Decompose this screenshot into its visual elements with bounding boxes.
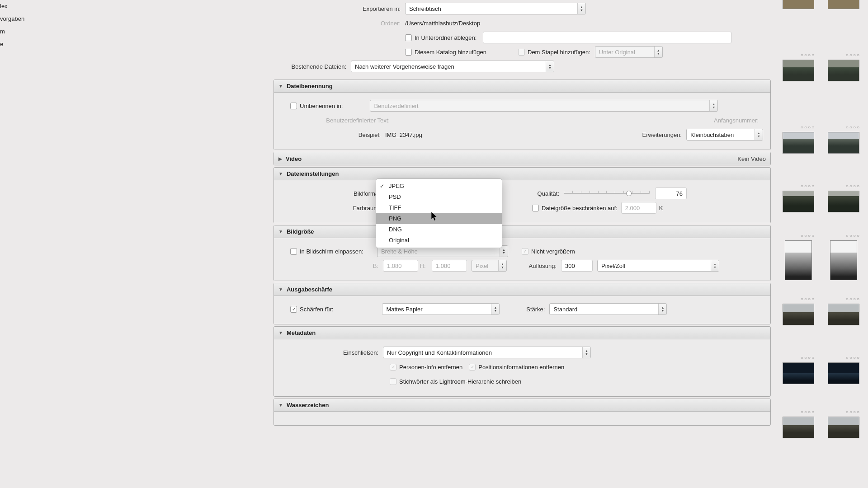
file-settings-header[interactable]: ▼ Dateieinstellungen: [274, 168, 770, 180]
export-in-select[interactable]: Schreibtisch▲▼: [405, 3, 586, 14]
include-label: Einschließen:: [281, 349, 383, 356]
thumbnail-badge-icon: ○○○○: [783, 183, 816, 191]
sharpen-amount-label: Stärke:: [500, 306, 549, 313]
thumbnail[interactable]: [783, 362, 814, 384]
thumbnail[interactable]: [828, 0, 859, 9]
format-option-original[interactable]: Original: [376, 235, 502, 246]
thumbnail-badge-icon: ○○○○: [828, 125, 861, 132]
example-value: IMG_2347.jpg: [385, 131, 422, 138]
thumbnail-badge-icon: ○○○○: [783, 125, 816, 132]
include-select[interactable]: Nur Copyright und Kontaktinformationen▲▼: [383, 347, 591, 358]
limit-filesize-checkbox[interactable]: [532, 205, 539, 211]
thumbnail-badge-icon: ○○○○: [828, 296, 861, 304]
sidebar-item[interactable]: m: [0, 25, 36, 38]
height-input: 1.080: [432, 260, 467, 272]
thumbnail[interactable]: [830, 240, 857, 280]
colorspace-label: Farbraum: [281, 205, 383, 211]
quality-input[interactable]: 76: [655, 188, 687, 199]
image-sizing-header[interactable]: ▼ Bildgröße: [274, 225, 770, 238]
file-naming-header[interactable]: ▼ Dateibenennung: [274, 80, 770, 93]
thumbnail[interactable]: [828, 132, 859, 154]
filmstrip: ○○○○ ○○○○ ○○○○ ○○○○ ○○○○ ○○○○ ○○○○ ○○○○ …: [779, 0, 868, 488]
thumbnail-badge-icon: ○○○○: [783, 296, 816, 304]
quality-label: Qualität:: [509, 190, 564, 197]
chevron-down-icon: ▼: [278, 287, 283, 292]
thumbnail-badge-icon: ○○○○: [828, 355, 861, 362]
format-option-tiff[interactable]: TIFF: [376, 202, 502, 213]
rename-label: Umbenennen in:: [300, 103, 343, 109]
resolution-label: Auflösung:: [507, 263, 561, 269]
start-number-label: Anfangsnummer:: [714, 117, 763, 124]
export-in-label: Exportieren in:: [281, 5, 405, 12]
format-option-jpeg[interactable]: ✓JPEG: [376, 181, 502, 192]
video-header[interactable]: ▶ Video Kein Video: [274, 152, 770, 165]
video-status: Kein Video: [737, 155, 766, 162]
resize-to-fit-checkbox[interactable]: [290, 248, 297, 255]
thumbnail[interactable]: [828, 362, 859, 384]
rename-checkbox[interactable]: [290, 103, 297, 109]
add-stack-label: Dem Stapel hinzufügen:: [528, 49, 590, 56]
thumbnail[interactable]: [785, 240, 812, 280]
dimension-unit-select: Pixel▲▼: [472, 260, 507, 272]
chevron-right-icon: ▶: [278, 156, 282, 161]
thumbnail-badge-icon: ○○○○: [828, 52, 861, 60]
subfolder-label: In Unterordner ablegen:: [415, 34, 476, 41]
keywords-hierarchy-label: Stichwörter als Lightroom-Hierarchie sch…: [399, 378, 521, 385]
chevron-down-icon: ▼: [278, 171, 283, 176]
format-option-dng[interactable]: DNG: [376, 224, 502, 235]
thumbnail[interactable]: [783, 0, 814, 9]
existing-files-select[interactable]: Nach weiterer Vorgehensweise fragen▲▼: [351, 61, 554, 72]
thumbnail[interactable]: [828, 304, 859, 325]
thumbnail[interactable]: [783, 304, 814, 325]
thumbnail-badge-icon: ○○○○: [828, 183, 861, 191]
sharpen-amount-select[interactable]: Standard▲▼: [549, 303, 667, 315]
output-sharpening-section: ▼ Ausgabeschärfe Schärfen für: Mattes Pa…: [274, 283, 771, 324]
thumbnail-badge-icon: ○○○○: [828, 409, 861, 417]
metadata-header[interactable]: ▼ Metadaten: [274, 327, 770, 339]
subfolder-checkbox[interactable]: [405, 34, 412, 41]
sharpen-for-checkbox[interactable]: [290, 306, 297, 313]
thumbnail[interactable]: [828, 60, 859, 81]
image-format-dropdown[interactable]: ✓JPEGPSDTIFFPNGDNGOriginal: [376, 178, 502, 248]
metadata-section: ▼ Metadaten Einschließen: Nur Copyright …: [274, 326, 771, 397]
thumbnail-badge-icon: ○○○○: [783, 52, 816, 60]
sharpen-for-select[interactable]: Mattes Papier▲▼: [382, 303, 500, 315]
remove-person-checkbox: [390, 364, 396, 371]
thumbnail[interactable]: [828, 191, 859, 212]
image-format-label: Bildforma: [281, 190, 383, 197]
thumbnail-badge-icon: ○○○○: [783, 355, 816, 362]
output-sharpening-header[interactable]: ▼ Ausgabeschärfe: [274, 283, 770, 296]
export-dialog: Exportieren in: Schreibtisch▲▼ Ordner: /…: [274, 0, 771, 426]
no-enlarge-label: Nicht vergrößern: [531, 248, 575, 255]
add-catalog-checkbox[interactable]: [405, 49, 412, 56]
thumbnail[interactable]: [783, 60, 814, 81]
thumbnail-badge-icon: ○○○○: [783, 409, 816, 417]
quality-slider[interactable]: [564, 189, 650, 198]
format-option-psd[interactable]: PSD: [376, 192, 502, 202]
extensions-select[interactable]: Kleinbuchstaben▲▼: [686, 129, 763, 141]
watermark-header[interactable]: ▼ Wasserzeichen: [274, 399, 770, 412]
add-catalog-label: Diesem Katalog hinzufügen: [415, 49, 486, 56]
file-settings-section: ▼ Dateieinstellungen Bildforma Qualität:…: [274, 167, 771, 223]
resolution-unit-select[interactable]: Pixel/Zoll▲▼: [597, 260, 719, 272]
thumbnail[interactable]: [783, 191, 814, 212]
format-option-png[interactable]: PNG: [376, 213, 502, 224]
remove-person-label: Personen-Info entfernen: [399, 364, 462, 371]
preset-sidebar: lex vorgaben m e: [0, 0, 36, 488]
subfolder-input[interactable]: [483, 32, 731, 43]
remove-location-label: Positionsinformationen entfernen: [478, 364, 564, 371]
thumbnail-badge-icon: ○○○○: [783, 233, 816, 240]
file-naming-section: ▼ Dateibenennung Umbenennen in: Benutzer…: [274, 80, 771, 150]
sidebar-item[interactable]: lex: [0, 0, 36, 13]
thumbnail[interactable]: [783, 417, 814, 438]
example-label: Beispiel:: [281, 131, 385, 138]
folder-label: Ordner:: [281, 20, 405, 27]
sidebar-item[interactable]: vorgaben: [0, 13, 36, 25]
watermark-section: ▼ Wasserzeichen: [274, 399, 771, 426]
thumbnail-badge-icon: ○○○○: [828, 233, 861, 240]
resolution-input[interactable]: 300: [561, 260, 593, 272]
sidebar-item[interactable]: e: [0, 38, 36, 51]
thumbnail[interactable]: [783, 132, 814, 154]
remove-location-checkbox: [469, 364, 476, 371]
thumbnail[interactable]: [828, 417, 859, 438]
